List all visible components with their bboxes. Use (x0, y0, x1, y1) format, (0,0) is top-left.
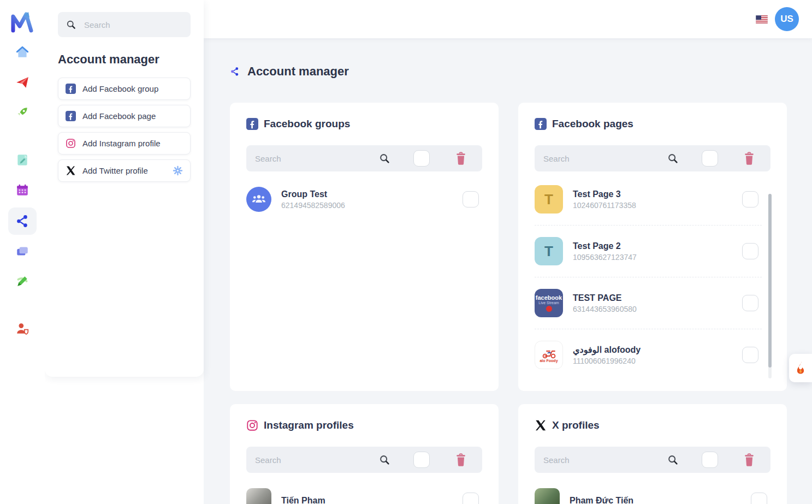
facebook-icon (66, 111, 76, 121)
scrollbar-thumb[interactable] (768, 194, 772, 367)
trash-icon[interactable] (743, 152, 755, 165)
trash-icon[interactable] (743, 453, 755, 466)
trash-icon[interactable] (455, 152, 467, 165)
facebook-pages-panel: Facebook pages (518, 103, 787, 391)
panel-title-label: Facebook groups (264, 118, 350, 130)
user-shield-icon (15, 322, 29, 336)
list-item: Group Test 621494582589006 (246, 187, 482, 212)
trash-icon[interactable] (455, 453, 467, 466)
group-avatar (246, 187, 271, 212)
panel-title-label: Facebook pages (552, 118, 633, 130)
page-header: Account manager (230, 64, 787, 79)
search-icon[interactable] (667, 152, 679, 164)
item-checkbox[interactable] (742, 295, 758, 311)
share-icon (230, 67, 240, 76)
page-avatar: alo Foody (535, 341, 563, 369)
item-name: Test Page 3 (573, 189, 636, 199)
x-profiles-panel: X profiles (518, 404, 787, 504)
item-checkbox[interactable] (742, 347, 758, 363)
add-facebook-group-label: Add Facebook group (82, 84, 158, 93)
sidebar-item-posts[interactable] (8, 146, 37, 174)
item-id: 102460761173358 (573, 201, 636, 210)
list-item: facebook Live Stream TEST PAGE 631443653… (535, 277, 762, 329)
sidebar: Account manager Add Facebook group Add F… (45, 0, 204, 377)
sidebar-item-publish[interactable] (8, 69, 37, 96)
item-texts: Test Page 3 102460761173358 (573, 189, 636, 210)
facebook-pages-search-input[interactable] (543, 154, 662, 163)
panels-grid: Facebook groups (230, 103, 787, 504)
list-item: Tiến Pham (246, 488, 482, 504)
item-id: 109563627123747 (573, 253, 637, 262)
instagram-icon (66, 138, 76, 149)
add-facebook-page-label: Add Facebook page (82, 111, 156, 121)
facebook-pages-select-all-checkbox[interactable] (702, 150, 718, 167)
instagram-profiles-search-input[interactable] (255, 455, 374, 465)
calendar-icon (15, 183, 29, 197)
search-icon (66, 19, 76, 30)
item-name: TEST PAGE (573, 293, 637, 303)
list-item: alo Foody الوفودي alofoody 1110060619962… (535, 329, 762, 381)
facebook-pages-title: Facebook pages (535, 118, 770, 130)
page-avatar: T (535, 185, 563, 214)
item-texts: Pham Đức Tiến (570, 496, 633, 504)
facebook-groups-searchbar (246, 145, 482, 171)
item-name: Pham Đức Tiến (570, 496, 633, 504)
add-facebook-group-button[interactable]: Add Facebook group (58, 78, 191, 100)
user-avatar[interactable]: US (775, 7, 799, 31)
item-texts: TEST PAGE 631443653960580 (573, 293, 637, 313)
item-checkbox[interactable] (751, 493, 767, 504)
topbar: US (204, 0, 812, 38)
search-icon[interactable] (378, 152, 390, 164)
add-facebook-page-button[interactable]: Add Facebook page (58, 105, 191, 127)
panel-title-label: X profiles (552, 419, 600, 431)
sidebar-item-account-manager[interactable] (8, 207, 37, 235)
home-icon (15, 45, 29, 60)
sidebar-item-editor[interactable] (8, 268, 37, 295)
sidebar-item-home[interactable] (8, 39, 37, 66)
flame-icon (795, 361, 807, 375)
item-checkbox[interactable] (463, 493, 479, 504)
app-logo[interactable] (8, 7, 37, 36)
pencil-icon (15, 274, 29, 288)
us-flag-icon[interactable] (756, 15, 768, 23)
list-item: T Test Page 2 109563627123747 (535, 226, 762, 277)
app-root: Account manager Add Facebook group Add F… (0, 0, 812, 504)
item-id: 111006061996240 (573, 357, 641, 365)
add-instagram-profile-button[interactable]: Add Instagram profile (58, 132, 191, 155)
item-checkbox[interactable] (742, 243, 758, 259)
list-item: Pham Đức Tiến (535, 488, 770, 504)
instagram-profiles-list: Tiến Pham (246, 488, 482, 504)
page-title: Account manager (247, 64, 349, 79)
avatar-caption: facebook (536, 294, 562, 301)
item-name: Test Page 2 (573, 241, 637, 251)
gear-icon[interactable] (173, 165, 183, 176)
logo-m-icon (8, 7, 37, 36)
add-twitter-profile-button[interactable]: Add Twitter profile (58, 159, 191, 182)
sidebar-item-boost[interactable] (8, 99, 37, 126)
search-icon[interactable] (378, 454, 390, 466)
notes-icon (15, 153, 29, 167)
search-icon[interactable] (667, 454, 679, 466)
item-checkbox[interactable] (742, 191, 758, 207)
instagram-icon (246, 419, 258, 431)
item-checkbox[interactable] (463, 191, 479, 207)
add-twitter-profile-label: Add Twitter profile (82, 166, 148, 175)
facebook-icon (66, 84, 76, 94)
x-profiles-select-all-checkbox[interactable] (702, 452, 718, 468)
x-profiles-search-input[interactable] (543, 455, 662, 465)
page-avatar: T (535, 237, 563, 265)
sidebar-search-input[interactable] (84, 20, 183, 29)
icon-rail (0, 0, 45, 504)
facebook-groups-select-all-checkbox[interactable] (413, 150, 430, 167)
item-name: Tiến Pham (281, 496, 325, 504)
sidebar-title: Account manager (58, 52, 191, 67)
sidebar-item-roles[interactable] (8, 315, 37, 342)
instagram-profiles-select-all-checkbox[interactable] (413, 452, 430, 468)
facebook-icon (535, 118, 547, 130)
flame-floating-button[interactable] (789, 354, 812, 382)
x-logo-icon (66, 165, 76, 176)
sidebar-item-library[interactable] (8, 238, 37, 265)
facebook-groups-panel: Facebook groups (230, 103, 499, 391)
sidebar-item-calendar[interactable] (8, 176, 37, 204)
facebook-groups-search-input[interactable] (255, 154, 374, 163)
